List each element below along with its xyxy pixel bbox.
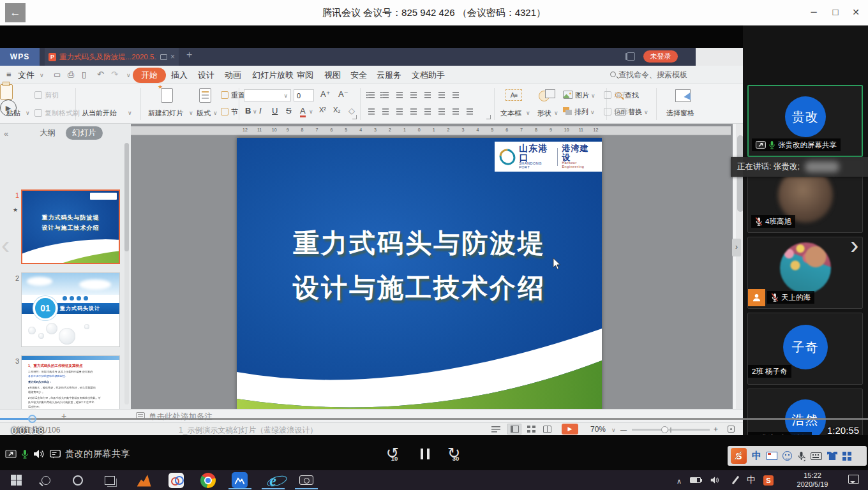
skin-icon[interactable] — [827, 452, 837, 460]
reading-view-icon[interactable] — [543, 426, 551, 433]
slide-thumbnail-2[interactable]: 重力式码头设计 01 — [21, 272, 120, 347]
slide-thumbnail-3[interactable]: 1、重力式码头的工作特征及其特点 工作特性：依靠结构本身 及其上压载料的重量 使… — [21, 355, 120, 409]
minimize-button[interactable] — [803, 0, 825, 26]
menu-animation[interactable]: 动画 — [225, 70, 241, 81]
para-spacing-icon[interactable] — [451, 108, 460, 116]
distribute-icon[interactable] — [423, 108, 432, 116]
replace-button[interactable]: 替换 — [615, 107, 648, 117]
menu-design[interactable]: 设计 — [198, 70, 214, 81]
layout-icon[interactable] — [199, 88, 211, 103]
tray-volume[interactable] — [710, 470, 720, 490]
shape-button[interactable]: 形状 — [537, 108, 551, 118]
bullet-list-icon[interactable] — [366, 91, 376, 100]
hamburger-menu-icon[interactable] — [6, 70, 11, 79]
arrange-button[interactable]: 排列 — [563, 107, 595, 117]
number-list-icon[interactable] — [380, 91, 390, 100]
font-color-button[interactable]: A — [300, 106, 306, 117]
tab-slides[interactable]: 幻灯片 — [66, 126, 103, 140]
dropdown-arrow[interactable] — [554, 110, 558, 116]
zoom-level[interactable]: 70% — [590, 425, 606, 434]
volume-icon[interactable] — [33, 449, 45, 459]
chrome-app[interactable] — [199, 471, 216, 489]
participant-tile-1[interactable]: 贵改 张贵改的屏幕共享 — [747, 85, 863, 157]
clear-format-button[interactable]: ◇ — [348, 106, 355, 115]
taskbar-search[interactable] — [37, 471, 54, 489]
ime-mode-chinese[interactable]: 中 — [752, 450, 761, 462]
close-tab-icon[interactable] — [170, 52, 175, 61]
menu-review[interactable]: 审阅 — [297, 70, 313, 81]
status-menu-icon[interactable] — [491, 426, 500, 433]
find-button[interactable]: 查找 — [615, 91, 639, 100]
document-tab[interactable]: 重力式码头及防波堤...2020.5.19 — [45, 48, 179, 66]
dropdown-arrow[interactable] — [213, 110, 218, 116]
sogou-logo-icon[interactable]: S — [731, 448, 747, 464]
align-center-icon[interactable] — [380, 108, 390, 116]
textbox-icon[interactable] — [505, 89, 522, 101]
dropdown-arrow[interactable] — [309, 108, 313, 115]
align-right-icon[interactable] — [394, 108, 404, 116]
align-left-icon[interactable] — [366, 108, 376, 116]
group-expander[interactable] — [352, 115, 357, 119]
undo-icon[interactable] — [97, 70, 104, 79]
main-slide[interactable]: 山东港口 SHANDONG PORT 港湾建设 Harbour Engineer… — [237, 138, 602, 412]
screenshot-icon[interactable] — [767, 452, 777, 460]
internet-explorer-app[interactable]: e — [264, 471, 281, 489]
menu-file[interactable]: 文件 — [18, 70, 34, 81]
bold-button[interactable]: B — [245, 106, 251, 115]
quick-access-dropdown[interactable] — [126, 72, 131, 78]
reset-button[interactable]: 重置 — [221, 91, 245, 100]
subscript-button[interactable]: X₂ — [333, 106, 341, 114]
textbox-button[interactable]: 文本框 — [500, 108, 521, 118]
selection-pane-icon[interactable] — [675, 89, 691, 102]
paste-dropdown[interactable] — [26, 110, 30, 116]
tray-pen[interactable] — [735, 470, 737, 490]
rewind-10-button[interactable]: 10 — [386, 445, 403, 462]
increase-font-button[interactable]: A⁺ — [320, 89, 331, 99]
menu-assistant[interactable]: 文档助手 — [412, 70, 445, 81]
camera-app[interactable] — [297, 471, 315, 489]
utility-app[interactable] — [167, 471, 184, 489]
indent-icon[interactable] — [408, 91, 418, 100]
underline-button[interactable]: U — [272, 106, 278, 115]
new-slide-icon[interactable] — [161, 88, 173, 103]
italic-button[interactable]: I — [259, 106, 262, 115]
menu-view[interactable]: 视图 — [324, 70, 341, 81]
new-slide-button[interactable]: 新建幻灯片 — [148, 108, 183, 118]
columns-icon[interactable] — [437, 91, 446, 100]
participant-tile-3[interactable]: 天上的海 — [747, 237, 863, 309]
window-mode-icon[interactable] — [627, 52, 635, 61]
zoom-out-button[interactable] — [620, 425, 627, 434]
normal-view-icon[interactable] — [511, 426, 519, 433]
slideshow-play-button[interactable] — [562, 424, 578, 434]
action-center-icon[interactable] — [848, 475, 859, 484]
dropdown-arrow[interactable] — [40, 72, 44, 78]
new-tab-button[interactable] — [186, 49, 192, 61]
zoom-dropdown[interactable] — [611, 427, 616, 433]
fit-slide-button[interactable] — [728, 426, 735, 433]
shape-icon[interactable] — [539, 89, 555, 102]
scroll-thumb[interactable] — [124, 143, 129, 251]
dropdown-arrow[interactable] — [253, 108, 257, 115]
font-name-input[interactable] — [244, 89, 291, 101]
dropdown-arrow[interactable] — [590, 109, 595, 115]
selection-pane-button[interactable]: 选择窗格 — [666, 108, 694, 118]
dropdown-arrow[interactable] — [526, 110, 530, 116]
menu-cloud[interactable]: 云服务 — [377, 70, 401, 81]
tray-ime[interactable]: 中 — [747, 470, 756, 490]
menu-insert[interactable]: 插入 — [171, 70, 188, 81]
close-button[interactable] — [845, 0, 867, 26]
spacing-options-icon[interactable] — [465, 108, 474, 116]
dropdown-arrow[interactable] — [591, 93, 595, 99]
progress-knob[interactable] — [28, 415, 36, 423]
tencent-meeting-app[interactable] — [231, 471, 248, 489]
player-progress-bar[interactable] — [0, 418, 868, 420]
login-status-button[interactable]: 未登录 — [643, 50, 678, 63]
print-icon[interactable] — [68, 70, 74, 80]
paste-icon[interactable] — [0, 84, 13, 100]
section-button[interactable]: 节 — [221, 107, 238, 117]
zoom-slider[interactable] — [632, 429, 710, 431]
caption-icon[interactable] — [50, 450, 61, 459]
command-search[interactable]: 查找命令、搜索模板 — [610, 70, 687, 80]
group-expander[interactable] — [486, 115, 491, 119]
outdent-icon[interactable] — [394, 91, 404, 100]
